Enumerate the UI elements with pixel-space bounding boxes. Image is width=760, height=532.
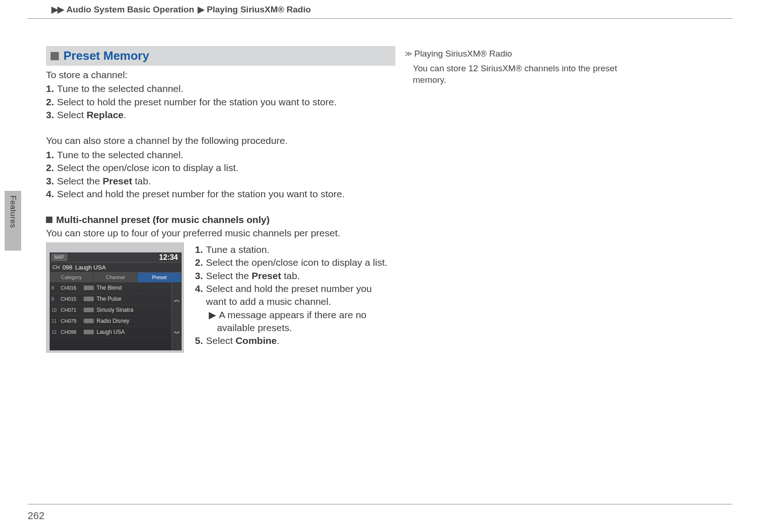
step-number: 4. [195, 282, 206, 295]
bold-preset: Preset [103, 176, 132, 186]
now-channel-number: 098 [63, 263, 73, 272]
step-text: Select the Preset tab. [206, 269, 395, 282]
step-number: 2. [46, 96, 57, 109]
header-divider [28, 18, 732, 19]
page-number: 262 [28, 509, 45, 523]
step-text: Select the Preset tab. [57, 175, 395, 188]
step-text: Tune a station. [206, 243, 395, 256]
side-note: ≫ Playing SiriusXM® Radio You can store … [405, 48, 634, 86]
double-arrow-icon: ≫ [405, 49, 412, 59]
intro-line-2: You can also store a channel by the foll… [46, 134, 395, 147]
intro-line: To store a channel: [46, 69, 395, 81]
triangle-right-icon: ▶ [209, 309, 216, 321]
note-text: A message appears if there are no [219, 309, 366, 321]
list-item: 11CH079Radio Disney [50, 316, 171, 327]
device-top-bar: MAP 12:34 [50, 252, 182, 263]
now-channel-prefix: CH [52, 264, 60, 271]
step-number: 3. [46, 109, 57, 121]
list-item: 8CH016The Blend [50, 283, 171, 294]
now-playing-row: CH098 Laugh USA [50, 263, 182, 273]
tab-category: Category [50, 273, 94, 282]
step-text: Tune to the selected channel. [57, 149, 395, 161]
device-clock: 12:34 [159, 252, 180, 262]
channel-logo-icon [84, 297, 94, 301]
preset-list: 8CH016The Blend 9CH015The Pulse 10CH071S… [50, 283, 182, 350]
step-number: 3. [46, 175, 57, 188]
bold-replace: Replace [86, 109, 124, 120]
sub-heading-text: Multi-channel preset (for music channels… [56, 213, 269, 226]
step-number: 1. [195, 243, 206, 256]
scrollbar: ︽ ︾ [171, 283, 182, 350]
step-number: 1. [46, 149, 57, 161]
breadcrumb: ▶▶ Audio System Basic Operation ▶ Playin… [51, 4, 311, 16]
step-text: Select and hold the preset number you [206, 282, 395, 295]
channel-logo-icon [84, 286, 94, 290]
list-item: 12CH098Laugh USA [50, 327, 171, 338]
steps-list-1: 1.Tune to the selected channel. 2.Select… [46, 82, 395, 121]
step-text: Tune to the selected channel. [57, 82, 395, 95]
square-bullet-icon [46, 217, 52, 223]
breadcrumb-item-1: Audio System Basic Operation [67, 5, 194, 14]
step-number: 1. [46, 82, 57, 95]
map-button: MAP [51, 254, 67, 261]
main-content: Preset Memory To store a channel: 1.Tune… [46, 46, 395, 353]
step-number: 2. [195, 256, 206, 269]
step-text: Select the open/close icon to display a … [57, 161, 395, 174]
now-channel-name: Laugh USA [75, 263, 106, 272]
step-text: Select the open/close icon to display a … [206, 256, 395, 269]
bold-combine: Combine [235, 335, 277, 346]
tab-channel: Channel [94, 273, 138, 282]
step-number: 3. [195, 269, 206, 282]
side-note-title-text: Playing SiriusXM® Radio [414, 48, 512, 60]
side-note-body: You can store 12 SiriusXM® channels into… [405, 63, 634, 86]
list-item: 10CH071Siriusly Sinatra [50, 305, 171, 316]
step-text-cont: want to add a music channel. [206, 295, 395, 308]
screenshot-and-steps: MAP 12:34 CH098 Laugh USA Category Chann… [46, 242, 395, 353]
step-text: Select and hold the preset number for th… [57, 188, 395, 200]
step-text: Select to hold the preset number for the… [57, 96, 395, 109]
note-text-cont: available presets. [217, 321, 292, 334]
device-tabs: Category Channel Preset [50, 273, 182, 283]
list-item: 9CH015The Pulse [50, 294, 171, 305]
breadcrumb-arrow-icon: ▶ [198, 5, 204, 14]
step-text: Select Combine. [206, 334, 395, 347]
body-block-1: To store a channel: 1.Tune to the select… [46, 69, 395, 200]
scroll-down-icon: ︾ [172, 316, 182, 350]
channel-logo-icon [84, 319, 94, 323]
multi-channel-steps: 1.Tune a station. 2.Select the open/clos… [195, 242, 395, 348]
sub-intro: You can store up to four of your preferr… [46, 227, 395, 240]
step-number: 5. [195, 334, 206, 347]
step-number: 4. [46, 188, 57, 200]
section-tab-features: Features [5, 191, 21, 251]
steps-list-2: 1.Tune to the selected channel. 2.Select… [46, 149, 395, 200]
step-number: 2. [46, 161, 57, 174]
device-screenshot: MAP 12:34 CH098 Laugh USA Category Chann… [46, 242, 184, 353]
scroll-up-icon: ︽ [172, 283, 182, 317]
side-note-title: ≫ Playing SiriusXM® Radio [405, 48, 634, 60]
breadcrumb-arrow-icon: ▶▶ [51, 5, 63, 14]
footer-divider [28, 504, 732, 504]
bold-preset: Preset [251, 270, 281, 281]
section-heading-preset-memory: Preset Memory [46, 46, 395, 66]
device-screen: MAP 12:34 CH098 Laugh USA Category Chann… [50, 252, 182, 350]
step-text: Select Replace. [57, 109, 395, 121]
breadcrumb-item-2: Playing SiriusXM® Radio [207, 5, 311, 14]
channel-logo-icon [84, 308, 94, 312]
sub-heading-multichannel: Multi-channel preset (for music channels… [46, 213, 395, 226]
section-heading-text: Preset Memory [63, 48, 149, 64]
section-tab-label: Features [8, 195, 18, 228]
tab-preset: Preset [137, 273, 182, 282]
square-bullet-icon [51, 52, 59, 60]
channel-logo-icon [84, 330, 94, 334]
